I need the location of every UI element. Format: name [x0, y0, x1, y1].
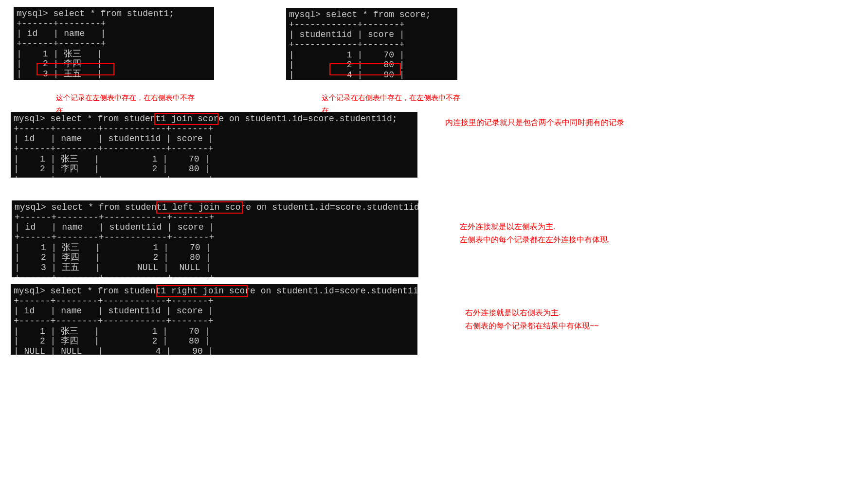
terminal-leftjoin: mysql> select * from student1 left join …	[12, 200, 418, 277]
annotation-left: 左外连接就是以左侧表为主. 左侧表中的每个记录都在左外连接中有体现.	[460, 220, 610, 246]
terminal-innerjoin: mysql> select * from student1 join score…	[11, 112, 417, 178]
annotation-right: 右外连接就是以右侧表为主. 右侧表的每个记录都在结果中有体现~~	[465, 306, 599, 332]
terminal-student1: mysql> select * from student1; +------+-…	[14, 7, 214, 80]
terminal-rightjoin: mysql> select * from student1 right join…	[11, 284, 417, 355]
terminal-score: mysql> select * from score; +-----------…	[286, 8, 457, 80]
annotation-inner: 内连接里的记录就只是包含两个表中同时拥有的记录	[445, 116, 624, 129]
